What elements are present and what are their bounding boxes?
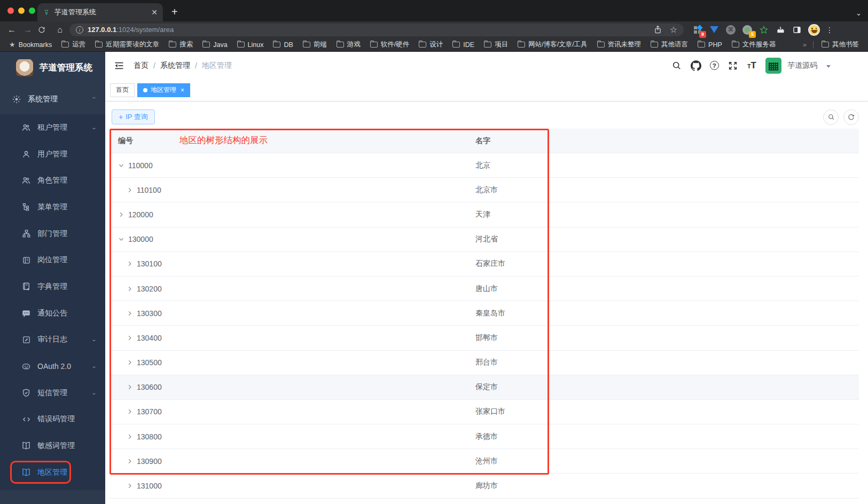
expand-arrow-icon[interactable]: [127, 483, 133, 489]
expand-arrow-icon[interactable]: [118, 211, 124, 218]
breadcrumb-home[interactable]: 首页: [134, 61, 148, 70]
bookmark-folder[interactable]: 前端: [299, 40, 331, 49]
address-bar[interactable]: i 127.0.0.1:1024/system/area ☆: [69, 23, 684, 36]
bookmark-star-icon[interactable]: ☆: [670, 25, 677, 35]
sidebar-item-tenant[interactable]: 租户管理⌄: [0, 114, 105, 141]
ip-query-button[interactable]: + IP 查询: [112, 109, 155, 124]
sidebar-item-sms[interactable]: 短信管理⌄: [0, 380, 105, 406]
search-circle-button[interactable]: [823, 109, 839, 125]
breadcrumb-system[interactable]: 系统管理: [160, 61, 190, 70]
share-icon[interactable]: [653, 25, 662, 34]
expand-arrow-icon[interactable]: [127, 408, 133, 415]
user-dropdown-caret-icon[interactable]: [826, 65, 831, 68]
expand-arrow-icon[interactable]: [127, 384, 133, 390]
bookmark-folder[interactable]: Linux: [233, 41, 268, 49]
table-row[interactable]: 130400 邯郸市: [110, 326, 859, 350]
github-icon[interactable]: [691, 60, 701, 70]
table-row[interactable]: 110000 北京: [110, 153, 859, 178]
bookmark-folder[interactable]: 文件服务器: [728, 40, 780, 49]
sidebar-item-menu[interactable]: 菜单管理: [0, 194, 105, 220]
table-row[interactable]: 130100 石家庄市: [110, 252, 859, 277]
sidebar-item-error-code[interactable]: 错误码管理: [0, 406, 105, 433]
table-row[interactable]: 130200 唐山市: [110, 277, 859, 301]
minimize-window-button[interactable]: [18, 7, 25, 14]
extension-green-dot-icon[interactable]: 5: [742, 25, 753, 35]
tag-close-icon[interactable]: ×: [181, 86, 184, 94]
bookmark-folder[interactable]: DB: [269, 41, 296, 49]
tab-search-chevron-icon[interactable]: ⌄: [856, 9, 862, 17]
sidebar-item-user[interactable]: 用户管理: [0, 141, 105, 168]
bookmark-item[interactable]: ★Bookmarks: [5, 41, 56, 49]
forward-button[interactable]: →: [21, 25, 34, 35]
extension-blue-grid-icon[interactable]: 9: [692, 25, 703, 35]
bookmark-folder[interactable]: 项目: [480, 40, 512, 49]
home-button[interactable]: ⌂: [53, 25, 66, 35]
sidebar-item-sensitive-word[interactable]: 敏感词管理: [0, 432, 105, 459]
font-size-icon[interactable]: TT: [747, 60, 756, 71]
expand-arrow-icon[interactable]: [127, 434, 133, 440]
bookmark-folder[interactable]: 近期需要读的文章: [91, 40, 163, 49]
extension-green-star-icon[interactable]: [758, 25, 769, 35]
bookmark-folder[interactable]: Java: [199, 41, 231, 49]
extension-command-icon[interactable]: ⌘: [725, 25, 736, 35]
search-icon[interactable]: [671, 60, 682, 70]
table-row[interactable]: 130700 张家口市: [110, 400, 859, 424]
expand-arrow-icon[interactable]: [127, 261, 133, 267]
bookmark-folder[interactable]: 运营: [58, 40, 89, 49]
refresh-circle-button[interactable]: [843, 109, 859, 125]
bookmark-folder[interactable]: 资讯未整理: [593, 40, 645, 49]
side-panel-icon[interactable]: [792, 25, 802, 35]
reload-button[interactable]: [37, 26, 50, 34]
table-row[interactable]: 130800 承德市: [110, 424, 859, 449]
table-row[interactable]: 131000 廊坊市: [110, 474, 859, 498]
bookmark-folder[interactable]: 网站/博客/文章/工具: [514, 40, 591, 49]
bookmark-folder[interactable]: 其他语言: [647, 40, 692, 49]
sidebar-item-notice[interactable]: 通知公告: [0, 300, 105, 327]
browser-tab[interactable]: 芋道管理系统 ✕: [37, 3, 163, 21]
table-row[interactable]: 130000 河北省: [110, 227, 859, 252]
tag-home[interactable]: 首页: [110, 83, 135, 97]
table-row[interactable]: 130500 邢台市: [110, 351, 859, 375]
expand-arrow-icon[interactable]: [127, 458, 133, 464]
site-info-icon[interactable]: i: [76, 26, 83, 34]
sidebar-item-area[interactable]: 地区管理: [0, 459, 105, 486]
user-name[interactable]: 芋道源码: [787, 61, 817, 70]
user-avatar[interactable]: [765, 58, 781, 74]
profile-avatar[interactable]: [808, 24, 820, 36]
close-window-button[interactable]: [7, 7, 14, 14]
extension-gem-icon[interactable]: [709, 25, 720, 35]
expand-arrow-icon[interactable]: [127, 187, 133, 193]
sidebar-item-role[interactable]: 角色管理: [0, 167, 105, 194]
bookmark-folder[interactable]: 软件/硬件: [366, 40, 413, 49]
table-row[interactable]: 110100 北京市: [110, 178, 859, 202]
table-row-hovered[interactable]: 130600 保定市: [110, 375, 859, 400]
sidebar-item-dict[interactable]: 字典管理: [0, 273, 105, 300]
back-button[interactable]: ←: [5, 25, 18, 35]
bookmarks-overflow-chevron[interactable]: »: [801, 41, 809, 49]
bookmark-folder[interactable]: 设计: [415, 40, 447, 49]
new-tab-button[interactable]: +: [171, 6, 178, 18]
expand-arrow-icon[interactable]: [127, 335, 133, 341]
sidebar-logo[interactable]: 芋道管理系统: [0, 52, 105, 84]
collapse-arrow-icon[interactable]: [118, 162, 124, 169]
collapse-arrow-icon[interactable]: [118, 236, 124, 242]
bookmark-folder[interactable]: 搜索: [165, 40, 197, 49]
expand-arrow-icon[interactable]: [127, 310, 133, 317]
other-bookmarks[interactable]: 其他书签: [818, 40, 863, 49]
sidebar-fold-icon[interactable]: [114, 60, 124, 71]
expand-arrow-icon[interactable]: [127, 286, 133, 292]
zoom-window-button[interactable]: [29, 7, 35, 14]
tag-area-active[interactable]: 地区管理 ×: [137, 83, 190, 97]
tab-close-icon[interactable]: ✕: [151, 8, 158, 17]
extensions-puzzle-icon[interactable]: [775, 25, 786, 35]
table-row[interactable]: 130300 秦皇岛市: [110, 301, 859, 326]
sidebar-item-dept[interactable]: 部门管理: [0, 220, 105, 247]
table-row[interactable]: 130900 沧州市: [110, 449, 859, 474]
bookmark-folder[interactable]: IDE: [449, 41, 478, 49]
sidebar-item-oauth[interactable]: OAuth 2.0⌄: [0, 353, 105, 380]
help-icon[interactable]: ?: [710, 61, 719, 70]
table-row[interactable]: 120000 天津: [110, 202, 859, 227]
bookmark-folder[interactable]: PHP: [694, 41, 726, 49]
fullscreen-icon[interactable]: [728, 60, 738, 70]
sidebar-item-audit-log[interactable]: 审计日志⌄: [0, 327, 105, 353]
